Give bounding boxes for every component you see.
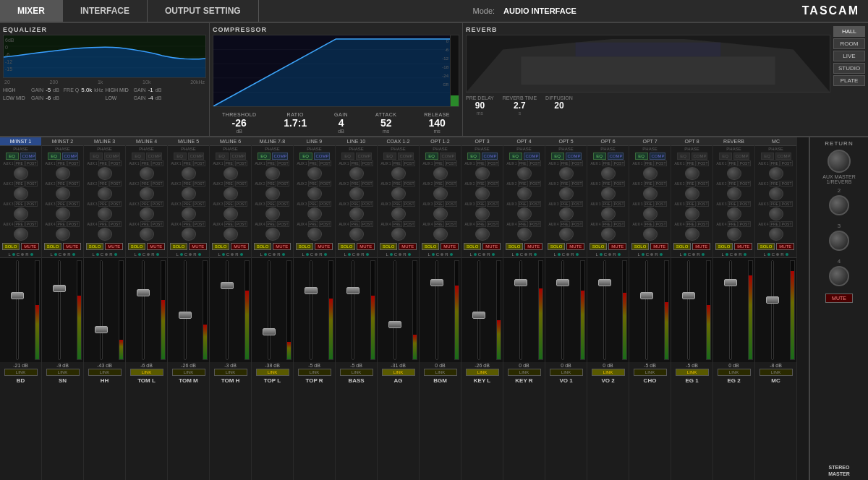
- ch-name-ag[interactable]: COAX 1-2: [378, 137, 419, 146]
- aux-knob-2-ag[interactable]: [391, 187, 406, 200]
- eq-btn-vo2[interactable]: EQ: [593, 153, 606, 160]
- tab-output-setting[interactable]: OUTPUT SETTING: [148, 0, 259, 22]
- link-btn-keyr[interactable]: LINK: [508, 369, 541, 376]
- link-btn-eg1[interactable]: LINK: [676, 369, 709, 376]
- aux-knob-4-eg2[interactable]: [727, 228, 741, 241]
- solo-btn-ag[interactable]: SOLO: [380, 243, 398, 250]
- link-btn-sn[interactable]: LINK: [46, 369, 80, 376]
- aux-knob-4-hh[interactable]: [98, 228, 112, 241]
- aux-knob-1-topr[interactable]: [307, 167, 322, 180]
- comp-btn-eg2[interactable]: COMP: [733, 153, 749, 160]
- fader-mc[interactable]: [757, 260, 788, 360]
- ch-name-sn[interactable]: M/INST 2: [42, 137, 83, 146]
- link-btn-bass[interactable]: LINK: [340, 369, 373, 376]
- aux-knob-1-tomm[interactable]: [182, 167, 196, 180]
- fader-topr[interactable]: [295, 260, 327, 360]
- link-btn-ag[interactable]: LINK: [382, 369, 415, 376]
- aux-knob-1-bgm[interactable]: [433, 167, 448, 180]
- solo-btn-keyl[interactable]: SOLO: [464, 243, 482, 250]
- solo-btn-topl[interactable]: SOLO: [254, 243, 272, 250]
- link-btn-tomm[interactable]: LINK: [172, 369, 205, 376]
- ch-name-eg2[interactable]: REVERB: [713, 137, 754, 146]
- mute-btn-topl[interactable]: MUTE: [273, 243, 291, 250]
- aux-knob-1-ag[interactable]: [391, 167, 406, 180]
- eq-btn-mc[interactable]: EQ: [761, 153, 774, 160]
- ch-phase-bd[interactable]: PHASE: [13, 146, 27, 152]
- fader-handle-toml[interactable]: [137, 289, 150, 296]
- fader-handle-eg2[interactable]: [724, 279, 737, 286]
- aux-knob-3-sn[interactable]: [56, 207, 70, 220]
- comp-btn-hh[interactable]: COMP: [104, 153, 120, 160]
- comp-btn-ag[interactable]: COMP: [398, 153, 414, 160]
- ch-name-topr[interactable]: LINE 9: [294, 137, 335, 146]
- ch-phase-bgm[interactable]: PHASE: [433, 146, 447, 152]
- fader-keyl[interactable]: [463, 260, 495, 360]
- aux-knob-4-vo2[interactable]: [601, 228, 616, 241]
- aux-knob-1-vo1[interactable]: [559, 167, 574, 180]
- mute-btn-ag[interactable]: MUTE: [399, 243, 417, 250]
- ch-phase-hh[interactable]: PHASE: [97, 146, 111, 152]
- ch-name-tomh[interactable]: M/LINE 6: [210, 137, 251, 146]
- comp-btn-keyl[interactable]: COMP: [482, 153, 498, 160]
- ch-phase-topl[interactable]: PHASE: [265, 146, 279, 152]
- link-btn-vo2[interactable]: LINK: [592, 369, 625, 376]
- eq-btn-toml[interactable]: EQ: [132, 153, 145, 160]
- aux-knob-3-tomh[interactable]: [224, 207, 238, 220]
- mute-btn-toml[interactable]: MUTE: [147, 243, 165, 250]
- aux-knob-3-topl[interactable]: [265, 207, 280, 220]
- reverb-type-room[interactable]: ROOM: [833, 38, 865, 49]
- return-knob[interactable]: [827, 150, 851, 173]
- link-btn-mc[interactable]: LINK: [760, 369, 793, 376]
- fader-vo2[interactable]: [589, 260, 621, 360]
- aux-knob-2-eg2[interactable]: [727, 187, 741, 200]
- ch-name-bd[interactable]: M/INST 1: [0, 137, 41, 146]
- eq-btn-topl[interactable]: EQ: [258, 153, 271, 160]
- aux-knob-2-keyl[interactable]: [475, 187, 490, 200]
- aux-knob-4-toml[interactable]: [140, 228, 154, 241]
- mute-btn-sn[interactable]: MUTE: [63, 243, 81, 250]
- comp-btn-bass[interactable]: COMP: [356, 153, 372, 160]
- fader-cho[interactable]: [631, 260, 663, 360]
- aux-knob-1-hh[interactable]: [98, 167, 112, 180]
- link-btn-topl[interactable]: LINK: [256, 369, 289, 376]
- fader-handle-bass[interactable]: [346, 287, 359, 294]
- aux-knob-4-bgm[interactable]: [433, 228, 448, 241]
- eq-btn-cho[interactable]: EQ: [635, 153, 648, 160]
- aux-knob-3-eg1[interactable]: [685, 207, 699, 220]
- mute-btn-keyl[interactable]: MUTE: [482, 243, 501, 250]
- mute-btn-hh[interactable]: MUTE: [105, 243, 123, 250]
- eq-btn-bd[interactable]: EQ: [6, 153, 19, 160]
- comp-btn-toml[interactable]: COMP: [146, 153, 162, 160]
- fader-handle-cho[interactable]: [640, 292, 653, 299]
- eq-display[interactable]: 6dB0-6-12-15: [3, 35, 206, 78]
- aux-knob-1-mc[interactable]: [769, 167, 783, 180]
- fader-handle-keyr[interactable]: [514, 279, 527, 286]
- right-mute-button[interactable]: MUTE: [825, 293, 853, 303]
- aux-knob-3-vo1[interactable]: [559, 207, 574, 220]
- aux-knob-2-bd[interactable]: [14, 187, 28, 200]
- ch-name-bass[interactable]: LINE 10: [336, 137, 377, 146]
- ch-phase-keyl[interactable]: PHASE: [475, 146, 489, 152]
- aux-knob-1-keyl[interactable]: [475, 167, 490, 180]
- ch-phase-ag[interactable]: PHASE: [391, 146, 405, 152]
- solo-btn-hh[interactable]: SOLO: [86, 243, 104, 250]
- eq-btn-tomh[interactable]: EQ: [216, 153, 229, 160]
- comp-display[interactable]: 0-6-12-18-24GR: [213, 35, 459, 107]
- aux-knob-2-cho[interactable]: [643, 187, 658, 200]
- ch-phase-eg2[interactable]: PHASE: [726, 146, 741, 152]
- ch-name-bgm[interactable]: OPT 1-2: [420, 137, 461, 146]
- link-btn-vo1[interactable]: LINK: [550, 369, 583, 376]
- aux-knob-2-tomh[interactable]: [224, 187, 238, 200]
- aux-knob-4-topr[interactable]: [307, 228, 322, 241]
- tab-mixer[interactable]: MIXER: [0, 0, 63, 22]
- aux-knob-1-cho[interactable]: [643, 167, 658, 180]
- ch-name-mc[interactable]: MC: [755, 137, 796, 146]
- link-btn-cho[interactable]: LINK: [634, 369, 667, 376]
- aux-knob-2-hh[interactable]: [98, 187, 112, 200]
- link-btn-tomh[interactable]: LINK: [214, 369, 247, 376]
- mute-btn-vo2[interactable]: MUTE: [608, 243, 626, 250]
- solo-btn-keyr[interactable]: SOLO: [506, 243, 524, 250]
- aux-knob-1-keyr[interactable]: [517, 167, 532, 180]
- aux-knob-4-bass[interactable]: [349, 228, 364, 241]
- comp-btn-tomm[interactable]: COMP: [188, 153, 204, 160]
